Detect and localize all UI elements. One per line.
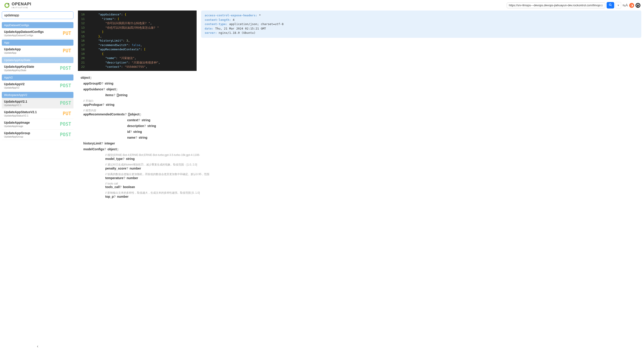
url-input[interactable]	[509, 3, 600, 7]
line-number: 21	[78, 60, 88, 65]
svg-point-3	[609, 4, 611, 5]
schema-root-meta: {}	[90, 76, 92, 79]
operation-desc: UpdateAppDatasetConfigs	[4, 34, 44, 37]
schema-field: id?string	[127, 130, 641, 134]
schema-comment: // tools call	[105, 182, 641, 185]
translate-icon[interactable]: ⇆A	[622, 3, 628, 7]
openapi-logo-icon	[4, 2, 10, 9]
schema-field: // tools calltools_call?boolean	[105, 182, 641, 189]
sidebar-group-header[interactable]: App	[2, 40, 74, 46]
github-icon[interactable]	[636, 3, 640, 8]
operation-item[interactable]: UpdateAppStatusV2.1UpdateAppStatusV2.1PU…	[2, 108, 74, 119]
topbar-actions: ⊗ ▾ ⇆A ◑	[507, 2, 640, 8]
collapse-sidebar-button[interactable]: ‹	[37, 344, 38, 349]
operation-item[interactable]: UpdateAppDatasetConfigsUpdateAppDatasetC…	[2, 28, 74, 39]
schema-field: name?string	[127, 136, 641, 139]
line-number: 11	[78, 17, 88, 21]
operation-item[interactable]: UpdateAppImageUpdateAppImagePOST	[2, 119, 74, 130]
url-input-wrap[interactable]: ⊗	[507, 2, 605, 8]
http-method-badge: PUT	[63, 48, 71, 53]
schema-comment: // 开场白	[83, 99, 641, 103]
operation-name: UpdateAppGroup	[4, 131, 30, 135]
operation-name: UpdateAppV2.1	[4, 100, 27, 103]
operation-item[interactable]: UpdateAppV2UpdateAppV2POST	[2, 80, 74, 91]
operation-item[interactable]: UpdateAppV2.1UpdateAppV2.1POST	[2, 98, 74, 108]
operation-desc: UpdateAppStatusV2.1	[4, 114, 37, 117]
header-line: server: nginx/1.18.0 (Ubuntu)	[205, 31, 638, 35]
schema-root-name: object	[80, 76, 90, 79]
sidebar: AppDatasetConfigsUpdateAppDatasetConfigs…	[0, 10, 75, 351]
line-number: 17	[78, 43, 88, 47]
operation-desc: UpdateAppImage	[4, 125, 30, 128]
schema-comment: // 模型(ERNIE-Bot-4;ERNIE-Bot;ERNIE-Bot-tu…	[105, 153, 641, 157]
schema-field: context?string	[127, 118, 641, 122]
operation-name: UpdateAppKeyState	[4, 65, 34, 68]
sidebar-group-header[interactable]: AppV2	[2, 74, 74, 80]
search-button[interactable]	[606, 2, 614, 8]
header-line: content-type: application/json; charset=…	[205, 22, 638, 26]
schema-section: object{}appGroupID?stringappGuidance?obj…	[78, 76, 641, 198]
schema-field: // 影响输出文本的多样性，取值越大，生成文本的多样性越强。取值范围 [0, 1…	[105, 191, 641, 198]
postman-icon[interactable]: ◑	[629, 3, 634, 8]
operation-item[interactable]: UpdateAppGroupUpdateAppGroupPOST	[2, 130, 74, 140]
line-number: 19	[78, 52, 88, 56]
code-content: "你可以问我四川有什么特色菜? ",	[88, 21, 152, 25]
logo-text: OPENAPI	[12, 2, 31, 6]
response-headers-panel: access-control-expose-headers: *content-…	[201, 10, 641, 38]
header-line: access-control-expose-headers: *	[205, 13, 638, 18]
operation-name: UpdateAppV2	[4, 82, 25, 86]
clear-icon[interactable]: ⊗	[600, 3, 603, 7]
main-content: 10 "appGuidance": {11 "items": [12 "你可以问…	[75, 10, 644, 351]
code-content: "name": "川菜做法",	[88, 56, 136, 60]
code-content: "recommendSwitch": false,	[88, 43, 142, 47]
code-content: "你也可以问我比如四川特色菜怎么做? "	[88, 25, 159, 30]
code-content: "historyLimit": 3,	[88, 38, 130, 43]
dropdown-button[interactable]: ▾	[616, 2, 621, 8]
schema-field: appGuidance?object{}	[83, 87, 641, 91]
request-body-code[interactable]: 10 "appGuidance": {11 "items": [12 "你可以问…	[78, 10, 196, 71]
schema-comment: // 影响输出文本的多样性，取值越大，生成文本的多样性越强。取值范围 [0, 1…	[105, 191, 641, 195]
operation-item[interactable]: UpdateAppKeyStateUpdateAppKeyStatePOST	[2, 63, 74, 74]
topbar: OPENAPI INITIATIVE ⊗ ▾ ⇆A ◑	[0, 0, 644, 10]
schema-comment: // 通过对已生成的token增加惩罚，减少重复生成的现象。取值范围：[1.0,…	[105, 163, 641, 167]
operation-desc: UpdateAppV2	[4, 86, 25, 89]
sidebar-group-header[interactable]: UpdateAppKeyState	[2, 57, 74, 63]
line-number: 15	[78, 34, 88, 39]
schema-field: modelConfigs?object{}	[83, 147, 641, 151]
http-method-badge: POST	[60, 65, 71, 71]
line-number: 13	[78, 25, 88, 30]
schema-field: items?[]string	[105, 93, 641, 97]
schema-field: // 较高的数值会使输出更加随机，而较低的数值会使其更加集中和确定。默认0.95…	[105, 173, 641, 180]
filter-input[interactable]	[2, 11, 74, 19]
http-method-badge: POST	[60, 100, 71, 106]
schema-field: appGroupID?string	[83, 82, 641, 85]
operation-name: UpdateAppDatasetConfigs	[4, 30, 44, 33]
http-method-badge: POST	[60, 132, 71, 137]
line-number: 10	[78, 12, 88, 17]
line-number: 16	[78, 38, 88, 43]
line-number: 20	[78, 56, 88, 60]
code-content: "appRecommendedContexts": [	[88, 47, 146, 52]
code-content: "description": "川菜做法有很多种",	[88, 60, 160, 65]
http-method-badge: POST	[60, 83, 71, 88]
header-line: date: Thu, 21 Mar 2024 02:15:21 GMT	[205, 26, 638, 31]
schema-field: description?string	[127, 124, 641, 128]
code-content: "appGuidance": {	[88, 12, 126, 17]
search-icon	[609, 3, 612, 6]
code-content: ]	[88, 30, 104, 34]
http-method-badge: POST	[60, 121, 71, 127]
line-number: 14	[78, 30, 88, 34]
operation-name: UpdateAppStatusV2.1	[4, 110, 37, 114]
sidebar-group-header[interactable]: WorkspaceAppV2	[2, 92, 74, 98]
schema-field: historyLimit?integer	[83, 142, 641, 145]
line-number: 18	[78, 47, 88, 52]
operation-item[interactable]: UpdateAppUpdateAppPUT	[2, 46, 74, 56]
http-method-badge: PUT	[63, 111, 71, 116]
operation-desc: UpdateAppV2.1	[4, 104, 27, 106]
chevron-left-icon: ‹	[37, 344, 38, 349]
code-content: "context": "5556667755",	[88, 65, 147, 69]
sidebar-group-header[interactable]: AppDatasetConfigs	[2, 22, 74, 28]
schema-field: // 模型(ERNIE-Bot-4;ERNIE-Bot;ERNIE-Bot-tu…	[105, 153, 641, 161]
code-content: },	[88, 34, 102, 39]
operation-desc: UpdateAppGroup	[4, 135, 30, 138]
